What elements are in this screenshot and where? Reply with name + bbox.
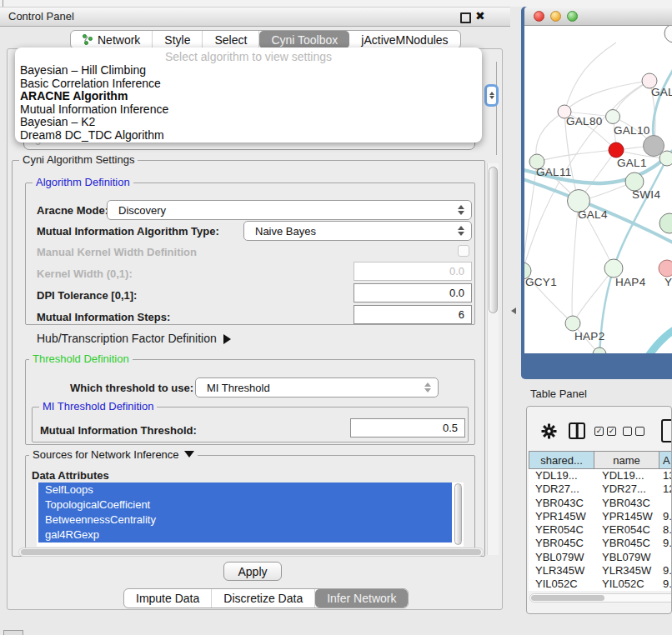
unchecked-checkbox-icon[interactable] (635, 427, 644, 436)
attribute-item[interactable]: SelfLoops (38, 482, 452, 498)
table-row[interactable]: YBR045C YBR045C 9. (529, 537, 672, 550)
tab-style[interactable]: Style (153, 31, 203, 48)
node-gal10[interactable] (606, 110, 620, 124)
combo-stepper-icon (454, 226, 468, 236)
apply-button[interactable]: Apply (223, 562, 282, 581)
mi-algorithm-type-value: Naive Bayes (244, 225, 454, 238)
node-label-gcy1: GCY1 (525, 276, 557, 288)
aracne-mode-value: Discovery (108, 204, 454, 217)
node-gal1[interactable] (609, 142, 624, 158)
hub-definition-label: Hub/Transcription Factor Definition (37, 332, 217, 345)
checked-checkbox-icon[interactable]: ✓ (594, 427, 604, 436)
node-right-pink[interactable] (659, 260, 672, 277)
float-panel-icon[interactable] (460, 12, 471, 23)
table-row[interactable]: YLR345W YLR345W 9. (529, 564, 672, 578)
minimize-traffic-light[interactable] (550, 11, 561, 22)
tab-discretize-data-label: Discretize Data (223, 592, 303, 605)
dpi-tolerance-label: DPI Tolerance [0,1]: (37, 289, 137, 302)
which-threshold-label: Which threshold to use: (70, 382, 193, 394)
algorithm-option[interactable]: Bayesian – Hill Climbing (15, 64, 482, 78)
mi-algorithm-type-combo[interactable]: Naive Bayes (243, 221, 472, 241)
attribute-item[interactable]: gal4RGexp (38, 528, 452, 542)
attribute-item[interactable]: TopologicalCoefficient (38, 498, 452, 512)
node-label-y-partial: Y (664, 276, 672, 288)
top-strip-divider (3, 0, 3, 7)
columns-icon[interactable] (569, 422, 585, 439)
node-label-gal1: GAL1 (617, 157, 647, 169)
node-hap2[interactable] (565, 316, 580, 331)
document-icon-partial[interactable] (661, 419, 672, 442)
table-row[interactable]: YIL052C YIL052C 9. (529, 578, 672, 591)
zoom-traffic-light[interactable] (567, 11, 578, 22)
algorithm-dropdown-prompt: Select algorithm to view settings (15, 50, 482, 64)
close-icon[interactable]: ✖ (475, 9, 485, 22)
unchecked-checkbox-icon[interactable] (623, 427, 632, 436)
hub-definition-expander[interactable]: Hub/Transcription Factor Definition (37, 332, 231, 345)
table-row[interactable]: YER054C YER054C 8. (529, 523, 672, 537)
kernel-width-field[interactable]: 0.0 (354, 262, 472, 281)
table-row[interactable]: YDR27... YDR27... 12 (529, 482, 672, 496)
control-panel-title: Control Panel (8, 10, 74, 22)
settings-vscrollbar[interactable] (487, 163, 499, 555)
tab-select[interactable]: Select (203, 31, 259, 48)
expander-down-arrow-icon (184, 451, 194, 458)
node-hap4[interactable] (604, 259, 623, 278)
top-strip (0, 0, 672, 7)
settings-hscrollbar[interactable] (18, 548, 484, 557)
network-window-titlebar[interactable] (524, 7, 672, 26)
table-hscrollbar[interactable] (529, 593, 672, 602)
node-top-right[interactable] (664, 26, 672, 42)
table-row[interactable]: YDL19... YDL19... 13 (529, 469, 672, 482)
table-panel-title: Table Panel (530, 388, 587, 400)
algorithm-option[interactable]: Dream8 DC_TDC Algorithm (15, 129, 482, 142)
attribute-list-scrollbar[interactable] (454, 483, 462, 545)
settings-gear-icon[interactable] (541, 423, 557, 439)
sources-group-title[interactable]: Sources for Network Inference (29, 448, 198, 461)
table-row[interactable]: YBL079W YBL079W (529, 551, 672, 564)
threshold-definition-title: Threshold Definition (29, 352, 133, 365)
algorithm-option[interactable]: Basic Correlation Inference (15, 78, 482, 91)
focused-combo-stepper[interactable] (484, 84, 499, 107)
tab-discretize-data[interactable]: Discretize Data (212, 589, 315, 608)
aracne-mode-combo[interactable]: Discovery (107, 200, 472, 220)
table-row[interactable]: YBR043C YBR043C (529, 497, 672, 510)
checked-checkbox-icon[interactable]: ✓ (607, 427, 616, 436)
combo-stepper-icon (454, 205, 468, 215)
algorithm-option[interactable]: Mutual Information Inference (15, 103, 482, 117)
screen: Control Panel ✖ Network Style Select Cyn… (0, 0, 672, 635)
data-attributes-list: SelfLoops TopologicalCoefficient Between… (37, 482, 464, 547)
tab-cyni-toolbox[interactable]: Cyni Toolbox (259, 31, 349, 48)
tab-impute-data[interactable]: Impute Data (124, 589, 212, 608)
tab-jactivemnodules[interactable]: jActiveMNodules (349, 31, 459, 48)
column-header-shared[interactable]: shared... (529, 451, 594, 469)
network-window: GAL GAL80 GAL10 GAL1 GAL11 SWI4 GAL4 GCY… (521, 7, 672, 379)
tab-select-label: Select (214, 33, 247, 47)
column-header-partial[interactable]: A (659, 451, 672, 469)
which-threshold-combo[interactable]: MI Threshold (195, 378, 439, 398)
bottom-tabs: Impute Data Discretize Data Infer Networ… (123, 588, 409, 608)
node-right-green[interactable] (659, 151, 672, 166)
node-gray[interactable] (644, 136, 664, 157)
dpi-tolerance-field[interactable]: 0.0 (354, 283, 472, 302)
tab-network[interactable]: Network (71, 31, 153, 48)
table-header: shared... name A (529, 451, 672, 469)
column-header-name[interactable]: name (594, 451, 659, 469)
node-label-gal4: GAL4 (578, 208, 608, 221)
hidden-group-border (496, 62, 497, 155)
algorithm-option-selected[interactable]: ARACNE Algorithm (15, 90, 482, 103)
bottom-left-widget-partial[interactable] (3, 630, 23, 635)
tab-network-label: Network (98, 33, 140, 47)
network-canvas[interactable]: GAL GAL80 GAL10 GAL1 GAL11 SWI4 GAL4 GCY… (524, 26, 672, 353)
node-bottom-right-green[interactable] (659, 213, 672, 233)
manual-kernel-width-checkbox[interactable] (458, 245, 469, 257)
attribute-item[interactable]: BetweennessCentrality (38, 512, 452, 528)
node-label-gal80: GAL80 (566, 115, 603, 128)
expander-right-arrow-icon (223, 334, 231, 344)
algorithm-option[interactable]: Bayesian – K2 (15, 116, 482, 129)
tab-infer-network[interactable]: Infer Network (315, 589, 408, 608)
close-traffic-light[interactable] (534, 11, 544, 22)
mi-steps-field[interactable]: 6 (354, 305, 472, 324)
table-panel: ✓ ✓ shared... name A YDL19... YDL19... 1… (526, 406, 672, 614)
table-row[interactable]: YPR145W YPR145W 9. (529, 510, 672, 523)
mi-threshold-field[interactable]: 0.5 (350, 418, 465, 438)
